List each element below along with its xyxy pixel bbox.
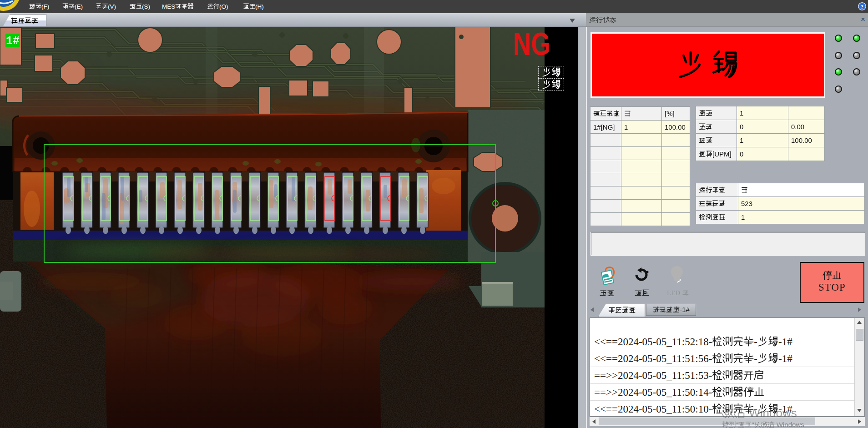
svg-text:NG: NG <box>513 27 550 61</box>
svg-text:1#: 1# <box>6 35 20 48</box>
svg-text:?: ? <box>861 4 863 10</box>
